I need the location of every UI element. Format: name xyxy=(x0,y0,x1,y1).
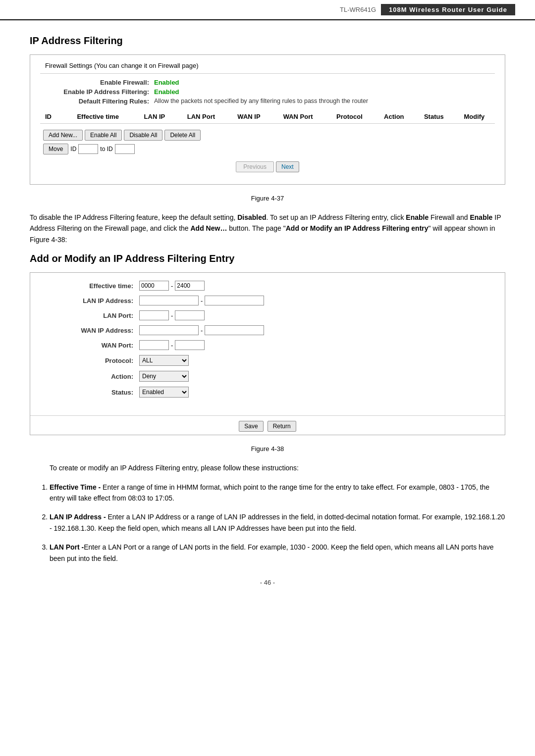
item2-label: LAN IP Address - xyxy=(50,513,106,521)
wan-ip-sep: - xyxy=(201,327,203,334)
page-header: TL-WR641G 108M Wireless Router User Guid… xyxy=(0,0,535,20)
col-lan-port: LAN Port xyxy=(175,110,227,124)
fw-ip-label: Enable IP Address Filtering: xyxy=(45,88,154,96)
para1-text5: button. The page " xyxy=(227,224,285,232)
item1-text: Enter a range of time in HHMM format, wh… xyxy=(50,483,489,502)
fw-row-enable: Enable Firewall: Enabled xyxy=(40,79,495,86)
col-status: Status xyxy=(414,110,454,124)
pagination-row: Previous Next xyxy=(40,161,495,177)
fw-ip-value: Enabled xyxy=(154,88,179,96)
lan-ip-label: LAN IP Address: xyxy=(40,297,139,304)
enable-all-button[interactable]: Enable All xyxy=(85,130,122,141)
wan-port-start[interactable] xyxy=(139,340,169,350)
page-number: - 46 - xyxy=(30,579,505,586)
add-new-button[interactable]: Add New... xyxy=(43,130,83,141)
figure-37-caption: Figure 4-37 xyxy=(30,195,505,202)
para1-bold2: Enable xyxy=(406,213,428,221)
form-panel: Effective time: - LAN IP Address: - LAN … xyxy=(30,272,505,435)
list-item-3: LAN Port -Enter a LAN Port or a range of… xyxy=(50,542,505,564)
para1-bold1: Disabled xyxy=(237,213,266,221)
next-button[interactable]: Next xyxy=(276,161,299,172)
fw-default-value: Allow the packets not specified by any f… xyxy=(154,98,368,104)
form-button-row: Save Return xyxy=(30,415,505,435)
id-label: ID xyxy=(70,146,76,152)
disable-all-button[interactable]: Disable All xyxy=(124,130,162,141)
form-row-status: Status: Enabled Disabled xyxy=(40,387,495,398)
lan-port-start[interactable] xyxy=(139,310,169,320)
paragraph1: To disable the IP Address Filtering feat… xyxy=(30,212,505,245)
item3-label: LAN Port - xyxy=(50,543,84,551)
delete-all-button[interactable]: Delete All xyxy=(164,130,201,141)
para1-text3: Firewall and xyxy=(428,213,470,221)
col-wan-ip: WAN IP xyxy=(227,110,271,124)
item2-text: Enter a LAN IP Address or a range of LAN… xyxy=(50,513,505,532)
effective-time-label: Effective time: xyxy=(40,282,139,290)
move-row: Move ID to ID xyxy=(40,144,495,154)
fw-row-default: Default Filtering Rules: Allow the packe… xyxy=(40,98,495,105)
col-action: Action xyxy=(374,110,414,124)
fw-settings-header: Firewall Settings (You can change it on … xyxy=(40,62,495,69)
wan-port-label: WAN Port: xyxy=(40,342,139,349)
protocol-select[interactable]: ALL TCP UDP ICMP xyxy=(139,355,189,366)
lan-port-label: LAN Port: xyxy=(40,312,139,319)
para1-text1: To disable the IP Address Filtering feat… xyxy=(30,213,237,221)
fw-enable-label: Enable Firewall: xyxy=(45,79,154,86)
wan-port-sep: - xyxy=(171,342,173,349)
para1-bold4: Add New… xyxy=(191,224,227,232)
fw-row-ip: Enable IP Address Filtering: Enabled xyxy=(40,88,495,96)
lan-port-sep: - xyxy=(171,312,173,319)
save-button[interactable]: Save xyxy=(239,421,263,432)
action-select[interactable]: Deny Allow xyxy=(139,371,189,382)
lan-ip-end[interactable] xyxy=(205,296,264,305)
status-label: Status: xyxy=(40,389,139,396)
status-select[interactable]: Enabled Disabled xyxy=(139,387,189,398)
effective-time-start[interactable] xyxy=(139,281,169,291)
section2-title: Add or Modify an IP Address Filtering En… xyxy=(30,253,505,264)
main-content: IP Address Filtering Firewall Settings (… xyxy=(0,20,535,601)
lan-port-end[interactable] xyxy=(175,310,205,320)
para1-bold3: Enable xyxy=(470,213,492,221)
form-row-wan-ip: WAN IP Address: - xyxy=(40,325,495,335)
effective-time-end[interactable] xyxy=(175,281,205,291)
form-row-wan-port: WAN Port: - xyxy=(40,340,495,350)
form-row-protocol: Protocol: ALL TCP UDP ICMP xyxy=(40,355,495,366)
table-header-row: ID Effective time LAN IP LAN Port WAN IP… xyxy=(40,110,495,124)
previous-button[interactable]: Previous xyxy=(236,161,274,172)
form-row-action: Action: Deny Allow xyxy=(40,371,495,382)
list-item-1: Effective Time - Enter a range of time i… xyxy=(50,482,505,504)
table-button-row: Add New... Enable All Disable All Delete… xyxy=(40,130,495,141)
return-button[interactable]: Return xyxy=(268,421,296,432)
fw-default-label: Default Filtering Rules: xyxy=(45,98,154,105)
model-label: TL-WR641G xyxy=(340,6,376,13)
ip-filtering-panel: Firewall Settings (You can change it on … xyxy=(30,54,505,185)
wan-port-end[interactable] xyxy=(175,340,205,350)
move-button[interactable]: Move xyxy=(43,144,68,154)
divider1 xyxy=(40,73,495,74)
instructions-list: Effective Time - Enter a range of time i… xyxy=(30,482,505,564)
item1-label: Effective Time - xyxy=(50,483,101,491)
form-panel-inner: Effective time: - LAN IP Address: - LAN … xyxy=(30,273,505,410)
wan-ip-label: WAN IP Address: xyxy=(40,327,139,334)
form-row-effective-time: Effective time: - xyxy=(40,281,495,291)
para1-text2: . To set up an IP Address Filtering entr… xyxy=(267,213,406,221)
move-id-input[interactable] xyxy=(78,144,98,154)
col-effective-time: Effective time xyxy=(62,110,133,124)
panel-inner: Firewall Settings (You can change it on … xyxy=(30,55,505,184)
lan-ip-start[interactable] xyxy=(139,296,199,305)
figure-38-caption: Figure 4-38 xyxy=(30,445,505,453)
col-wan-port: WAN Port xyxy=(271,110,325,124)
move-to-id-input[interactable] xyxy=(115,144,135,154)
col-protocol: Protocol xyxy=(325,110,374,124)
item3-text: Enter a LAN Port or a range of LAN ports… xyxy=(50,543,493,562)
wan-ip-start[interactable] xyxy=(139,325,199,335)
action-label: Action: xyxy=(40,373,139,380)
instructions-intro: To create or modify an IP Address Filter… xyxy=(30,462,505,473)
fw-enable-value: Enabled xyxy=(154,79,179,86)
col-modify: Modify xyxy=(454,110,495,124)
protocol-label: Protocol: xyxy=(40,357,139,364)
wan-ip-end[interactable] xyxy=(205,325,264,335)
lan-ip-sep: - xyxy=(201,297,203,304)
form-row-lan-ip: LAN IP Address: - xyxy=(40,296,495,305)
effective-time-sep: - xyxy=(171,282,173,290)
header-title: 108M Wireless Router User Guide xyxy=(381,4,515,15)
